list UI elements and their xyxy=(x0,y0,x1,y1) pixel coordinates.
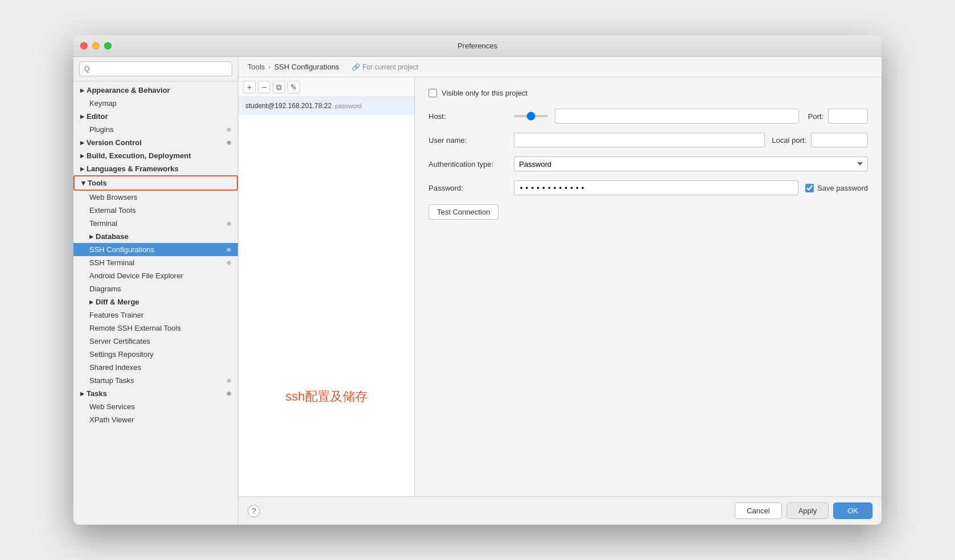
password-label: Password: xyxy=(429,184,514,192)
add-config-button[interactable]: + xyxy=(243,81,256,93)
chevron-icon: ▸ xyxy=(89,298,93,306)
config-list-panel: + − ⧉ ✎ student@192.168.201.78:22 passwo… xyxy=(238,77,415,496)
sidebar-item-database[interactable]: ▸ Database xyxy=(73,230,238,243)
host-label: Host: xyxy=(429,112,514,121)
sidebar-item-web-browsers[interactable]: Web Browsers xyxy=(73,191,238,204)
chevron-icon: ▾ xyxy=(81,179,85,187)
sidebar-item-label: Web Browsers xyxy=(89,193,137,201)
ok-button[interactable]: OK xyxy=(833,503,872,519)
sidebar-item-web-services[interactable]: Web Services xyxy=(73,400,238,413)
sidebar-item-settings-repository[interactable]: Settings Repository xyxy=(73,348,238,361)
sidebar-tree: ▸ Appearance & Behavior Keymap ▸ Editor … xyxy=(73,81,238,525)
breadcrumb-separator: › xyxy=(268,63,270,71)
sidebar-item-label: Diff & Merge xyxy=(96,298,139,306)
sidebar-item-label: Tools xyxy=(88,179,107,187)
sidebar-item-ssh-configurations[interactable]: SSH Configurations ⊕ xyxy=(73,243,238,256)
host-row: Host: Port: 22 xyxy=(429,109,868,123)
save-password-label: Save password xyxy=(817,184,868,192)
sidebar-item-languages-frameworks[interactable]: ▸ Languages & Frameworks xyxy=(73,162,238,175)
badge-icon: ⊕ xyxy=(227,260,231,266)
visible-only-checkbox[interactable] xyxy=(429,89,437,97)
main-content: ▸ Appearance & Behavior Keymap ▸ Editor … xyxy=(73,57,882,525)
sidebar-item-keymap[interactable]: Keymap xyxy=(73,97,238,110)
local-port-label: Local port: xyxy=(772,136,806,145)
local-port-input[interactable]: <Dynamic> xyxy=(811,133,868,147)
chevron-icon: ▸ xyxy=(80,151,84,160)
sidebar-item-tools[interactable]: ▾ Tools xyxy=(73,175,238,191)
close-button[interactable] xyxy=(80,42,88,50)
cancel-button[interactable]: Cancel xyxy=(735,503,781,519)
chevron-icon: ▸ xyxy=(80,112,84,121)
auth-type-select[interactable]: Password Key pair (OpenSSH or PuTTY) Ope… xyxy=(514,157,868,171)
sidebar-item-android-device-file-explorer[interactable]: Android Device File Explorer xyxy=(73,269,238,282)
host-input[interactable] xyxy=(555,109,799,123)
username-input[interactable]: student xyxy=(514,133,765,147)
sidebar-item-tasks[interactable]: ▸ Tasks ⊕ xyxy=(73,387,238,400)
badge-icon: ⊕ xyxy=(227,377,231,384)
remove-config-button[interactable]: − xyxy=(258,81,270,93)
sidebar-item-xpath-viewer[interactable]: XPath Viewer xyxy=(73,413,238,426)
search-input[interactable] xyxy=(79,61,232,76)
badge-icon: ⊕ xyxy=(227,126,231,133)
sidebar-item-server-certificates[interactable]: Server Certificates xyxy=(73,335,238,348)
save-password-checkbox[interactable] xyxy=(805,184,814,192)
sidebar-item-ssh-terminal[interactable]: SSH Terminal ⊕ xyxy=(73,256,238,269)
edit-config-button[interactable]: ✎ xyxy=(287,81,300,93)
sidebar-item-label: Features Trainer xyxy=(89,311,143,319)
chevron-icon: ▸ xyxy=(80,138,84,147)
preferences-dialog: Preferences ▸ Appearance & Behavior Keym… xyxy=(73,35,882,525)
help-button[interactable]: ? xyxy=(248,505,260,517)
sidebar-item-editor[interactable]: ▸ Editor xyxy=(73,110,238,123)
sidebar-item-diff-merge[interactable]: ▸ Diff & Merge xyxy=(73,295,238,308)
sidebar-item-label: External Tools xyxy=(89,206,135,215)
host-slider[interactable] xyxy=(514,115,548,117)
sidebar-item-appearance-behavior[interactable]: ▸ Appearance & Behavior xyxy=(73,84,238,97)
config-form: Visible only for this project Host: Port… xyxy=(415,77,882,496)
host-input-group xyxy=(514,109,799,123)
apply-button[interactable]: Apply xyxy=(787,503,829,519)
sidebar-item-external-tools[interactable]: External Tools xyxy=(73,204,238,217)
config-list-item[interactable]: student@192.168.201.78:22 password xyxy=(238,97,414,115)
test-connection-button[interactable]: Test Connection xyxy=(429,204,499,220)
username-row: User name: student Local port: <Dynamic> xyxy=(429,133,868,147)
maximize-button[interactable] xyxy=(104,42,112,50)
sidebar-item-label: SSH Configurations xyxy=(89,245,154,254)
password-input[interactable]: •••••••••••• xyxy=(514,180,798,195)
sidebar-item-shared-indexes[interactable]: Shared Indexes xyxy=(73,361,238,374)
sidebar-item-label: Appearance & Behavior xyxy=(87,86,170,94)
save-password-row: Save password xyxy=(805,184,868,192)
chevron-icon: ▸ xyxy=(80,164,84,173)
sidebar-item-features-trainer[interactable]: Features Trainer xyxy=(73,308,238,322)
sidebar-item-version-control[interactable]: ▸ Version Control ⊕ xyxy=(73,136,238,149)
sidebar-item-build-execution[interactable]: ▸ Build, Execution, Deployment xyxy=(73,149,238,162)
sidebar-item-label: Build, Execution, Deployment xyxy=(87,151,191,160)
sidebar-item-startup-tasks[interactable]: Startup Tasks ⊕ xyxy=(73,374,238,387)
title-bar: Preferences xyxy=(73,35,882,57)
username-label: User name: xyxy=(429,136,514,145)
port-input[interactable]: 22 xyxy=(828,109,868,123)
breadcrumb-current: SSH Configurations xyxy=(274,63,339,71)
sidebar-item-label: Keymap xyxy=(89,99,117,108)
config-item-name: student@192.168.201.78:22 xyxy=(245,102,332,110)
sidebar-item-terminal[interactable]: Terminal ⊕ xyxy=(73,217,238,230)
badge-icon: ⊕ xyxy=(227,246,231,253)
visible-only-row: Visible only for this project xyxy=(429,89,868,97)
sidebar-item-label: Settings Repository xyxy=(89,350,154,359)
sidebar-item-plugins[interactable]: Plugins ⊕ xyxy=(73,123,238,136)
sidebar-item-label: Web Services xyxy=(89,402,135,411)
badge-icon: ⊕ xyxy=(227,139,231,146)
breadcrumb-parent: Tools xyxy=(248,63,265,71)
minimize-button[interactable] xyxy=(92,42,100,50)
sidebar-item-remote-ssh-external-tools[interactable]: Remote SSH External Tools xyxy=(73,322,238,335)
chevron-icon: ▸ xyxy=(89,232,93,241)
sidebar-item-label: Terminal xyxy=(89,219,117,228)
right-panel: Tools › SSH Configurations 🔗For current … xyxy=(238,57,882,525)
copy-config-button[interactable]: ⧉ xyxy=(273,81,285,93)
window-title: Preferences xyxy=(458,42,497,50)
sidebar-item-label: Database xyxy=(96,232,129,241)
window-controls xyxy=(80,42,112,50)
sidebar-item-label: Remote SSH External Tools xyxy=(89,324,181,332)
sidebar-item-diagrams[interactable]: Diagrams xyxy=(73,282,238,295)
sidebar-item-label: Editor xyxy=(87,112,108,121)
config-item-type: password xyxy=(335,102,362,109)
